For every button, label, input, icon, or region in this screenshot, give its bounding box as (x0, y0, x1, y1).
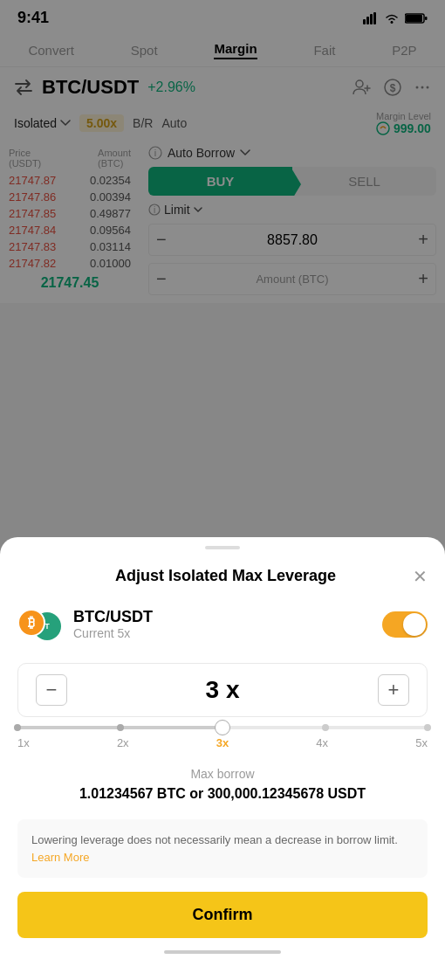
label-5x: 5x (415, 736, 428, 749)
label-1x: 1x (17, 736, 30, 749)
btc-icon: ₿ (17, 609, 45, 637)
decrement-button[interactable]: − (36, 674, 67, 706)
pair-icons: ₿ T (17, 609, 63, 640)
slider-tick-5 (424, 724, 431, 731)
leverage-value: 3 x (206, 676, 240, 704)
pair-row: ₿ T BTC/USDT Current 5x (0, 594, 445, 654)
leverage-modal: Adjust Isolated Max Leverage ✕ ₿ T BTC/U… (0, 537, 445, 980)
pair-name: BTC/USDT (73, 608, 153, 626)
current-leverage: Current 5x (73, 626, 153, 640)
info-box: Lowering leverage does not necessarily m… (17, 819, 428, 878)
slider-tick-1 (14, 724, 21, 731)
toggle-knob (403, 613, 426, 636)
max-borrow-label: Max borrow (17, 767, 428, 781)
increment-button[interactable]: + (378, 674, 409, 706)
close-button[interactable]: ✕ (413, 568, 428, 585)
slider-labels: 1x 2x 3x 4x 5x (17, 736, 428, 749)
toggle-switch[interactable] (382, 611, 428, 638)
max-borrow: Max borrow 1.01234567 BTC or 300,000.123… (0, 753, 445, 811)
info-text: Lowering leverage does not necessarily m… (31, 833, 398, 846)
modal-title: Adjust Isolated Max Leverage (38, 567, 413, 585)
label-3x: 3x (216, 736, 229, 749)
label-4x: 4x (316, 736, 328, 749)
label-2x: 2x (117, 736, 129, 749)
max-borrow-value: 1.01234567 BTC or 300,000.12345678 USDT (17, 786, 428, 802)
modal-header: Adjust Isolated Max Leverage ✕ (0, 549, 445, 594)
slider-track[interactable] (17, 726, 428, 729)
slider-tick-4 (322, 724, 329, 731)
confirm-button[interactable]: Confirm (17, 892, 428, 938)
slider-tick-2 (117, 724, 124, 731)
slider-thumb[interactable] (215, 720, 230, 735)
pair-info: ₿ T BTC/USDT Current 5x (17, 608, 153, 640)
slider-container[interactable]: 1x 2x 3x 4x 5x (0, 726, 445, 753)
learn-more-link[interactable]: Learn More (31, 851, 89, 864)
home-indicator (164, 950, 281, 954)
leverage-stepper: − 3 x + (17, 663, 428, 717)
